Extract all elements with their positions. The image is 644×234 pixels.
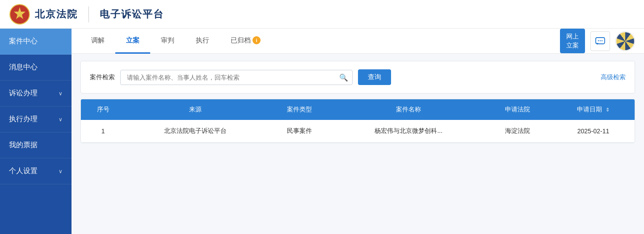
cell-apply-date: 2025-02-11: [552, 120, 635, 143]
tab-execution[interactable]: 执行: [185, 29, 220, 54]
col-header-case-type: 案件类型: [265, 99, 334, 120]
sidebar-item-my-bills[interactable]: 我的票据: [0, 132, 72, 158]
col-header-index: 序号: [81, 99, 125, 120]
sidebar-item-label: 诉讼办理: [9, 89, 38, 98]
svg-point-5: [598, 40, 599, 41]
search-input[interactable]: [120, 70, 353, 85]
header-logo: 法 北京法院 电子诉讼平台: [9, 4, 164, 25]
table-header-row: 序号 来源 案件类型 案件名称 申请法院 申请日期 ⇕: [81, 99, 635, 120]
sidebar-item-label: 案件中心: [9, 37, 38, 46]
search-icon: 🔍: [339, 73, 348, 81]
svg-point-7: [602, 40, 602, 41]
tab-trial[interactable]: 审判: [150, 29, 185, 54]
cell-index: 1: [81, 120, 125, 143]
tabs-actions: 网上立案: [560, 29, 635, 53]
col-header-apply-date[interactable]: 申请日期 ⇕: [552, 99, 635, 120]
cell-case-type: 民事案件: [265, 120, 334, 143]
advanced-search-link[interactable]: 高级检索: [601, 73, 626, 81]
sidebar-item-label: 我的票据: [9, 140, 38, 150]
platform-title: 电子诉讼平台: [100, 8, 164, 21]
sidebar: 案件中心 消息中心 诉讼办理 ∨ 执行办理 ∨ 我的票据 个人设置 ∨: [0, 29, 72, 234]
search-area: 案件检索 🔍 查询 高级检索: [80, 61, 635, 94]
chevron-down-icon: ∨: [59, 168, 63, 174]
svg-text:法: 法: [18, 13, 22, 18]
online-file-button[interactable]: 网上立案: [560, 29, 585, 53]
header: 法 北京法院 电子诉讼平台: [0, 0, 644, 29]
tab-archived[interactable]: 已归档 i: [220, 29, 271, 54]
svg-point-6: [600, 40, 601, 41]
court-emblem-icon: 法: [9, 4, 30, 25]
chat-icon[interactable]: [590, 31, 610, 51]
chevron-down-icon: ∨: [59, 116, 63, 123]
table-row[interactable]: 1 北京法院电子诉讼平台 民事案件 杨宏伟与北京微梦创科... 海淀法院 202…: [81, 120, 635, 143]
header-divider: [88, 6, 89, 22]
search-button[interactable]: 查询: [358, 69, 391, 85]
chevron-down-icon: ∨: [59, 90, 63, 97]
search-label: 案件检索: [90, 73, 115, 81]
info-icon[interactable]: i: [253, 36, 261, 44]
sidebar-item-litigation[interactable]: 诉讼办理 ∨: [0, 81, 72, 106]
tabs-list: 调解 立案 审判 执行 已归档 i: [80, 29, 560, 54]
sidebar-item-execution[interactable]: 执行办理 ∨: [0, 106, 72, 132]
sidebar-item-personal-settings[interactable]: 个人设置 ∨: [0, 158, 72, 184]
sidebar-item-label: 消息中心: [9, 63, 38, 72]
main-content: 调解 立案 审判 执行 已归档 i 网上立案: [72, 29, 644, 234]
col-header-apply-court: 申请法院: [484, 99, 552, 120]
search-input-wrap: 🔍: [120, 70, 353, 85]
cases-table: 序号 来源 案件类型 案件名称 申请法院 申请日期 ⇕ 1 北京法院: [81, 99, 635, 143]
sidebar-item-label: 个人设置: [9, 166, 38, 176]
tabs-bar: 调解 立案 审判 执行 已归档 i 网上立案: [72, 29, 644, 54]
table-area: 序号 来源 案件类型 案件名称 申请法院 申请日期 ⇕ 1 北京法院: [80, 99, 635, 143]
main-layout: 案件中心 消息中心 诉讼办理 ∨ 执行办理 ∨ 我的票据 个人设置 ∨ 调解: [0, 29, 644, 234]
sidebar-item-message-center[interactable]: 消息中心: [0, 55, 72, 81]
sidebar-item-label: 执行办理: [9, 115, 38, 124]
brand-name: 北京法院: [35, 8, 78, 21]
sidebar-item-case-center[interactable]: 案件中心: [0, 29, 72, 55]
cell-source: 北京法院电子诉讼平台: [125, 120, 265, 143]
tab-mediation[interactable]: 调解: [80, 29, 115, 54]
cell-apply-court: 海淀法院: [484, 120, 552, 143]
cell-case-name: 杨宏伟与北京微梦创科...: [333, 120, 484, 143]
col-header-case-name: 案件名称: [333, 99, 484, 120]
qr-code-icon[interactable]: [615, 31, 635, 51]
col-header-source: 来源: [125, 99, 265, 120]
tab-filing[interactable]: 立案: [115, 29, 150, 54]
sort-icon: ⇕: [606, 107, 610, 113]
